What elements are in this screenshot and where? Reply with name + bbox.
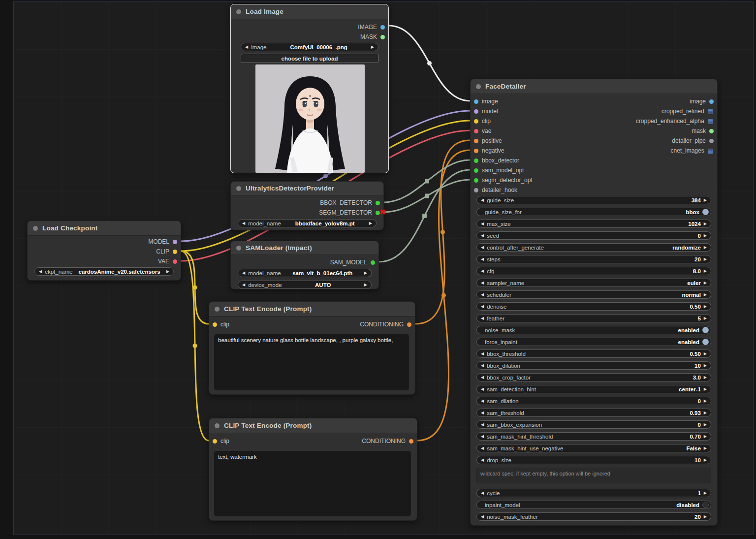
increment-arrow-icon[interactable]: ▶ [704,317,707,320]
widget-noise-mask-feather[interactable]: ◀noise_mask_feather20▶ [476,512,711,521]
decrement-arrow-icon[interactable]: ◀ [481,198,484,202]
clip-slot-dot[interactable] [213,439,217,444]
output-slot-vae[interactable]: VAE [148,256,175,266]
increment-arrow-icon[interactable]: ▶ [704,376,707,380]
slot-dot[interactable] [709,139,714,143]
output-slot-detailer-pipe[interactable]: detailer_pipe [636,136,711,146]
widget-denoise[interactable]: ◀denoise0.50▶ [476,302,711,311]
positive-prompt-textarea[interactable]: beautiful scenery nature glass bottle la… [214,334,409,390]
list-output-grid-icon[interactable]: ▦ [708,149,713,153]
widget-device-mode[interactable]: ◀device_modeAUTO▶ [238,281,372,289]
slot-dot[interactable] [474,168,478,173]
widget-ckpt-name[interactable]: ◀ckpt_namecardosAnime_v20.safetensors▶ [34,267,174,276]
widget-sam-dilation[interactable]: ◀sam_dilation0▶ [476,397,711,405]
toggle-circle-icon[interactable] [702,339,709,345]
decrement-arrow-icon[interactable]: ◀ [481,269,484,273]
widget-sam-threshold[interactable]: ◀sam_threshold0.93▶ [476,409,711,417]
decrement-arrow-icon[interactable]: ◀ [481,222,484,226]
widget-bbox-threshold[interactable]: ◀bbox_threshold0.50▶ [476,349,711,358]
widget-sam-bbox-expansion[interactable]: ◀sam_bbox_expansion0▶ [476,420,711,429]
increment-arrow-icon[interactable]: ▶ [364,283,367,287]
input-slot-negative[interactable]: negative [476,146,533,156]
decrement-arrow-icon[interactable]: ◀ [245,45,248,49]
widget-guide-size-for[interactable]: guide_size_forbbox [476,208,711,216]
node-clip-positive-header[interactable]: CLIP Text Encode (Prompt) [209,302,415,317]
output-slot-image[interactable]: image [636,96,711,106]
increment-arrow-icon[interactable]: ▶ [704,491,707,495]
output-slot-mask[interactable]: mask [636,126,711,136]
widget-scheduler[interactable]: ◀schedulernormal▶ [476,290,711,299]
list-output-grid-icon[interactable]: ▦ [708,109,713,114]
input-slot-bbox-detector[interactable]: bbox_detector [476,156,533,165]
node-load-checkpoint[interactable]: Load Checkpoint MODELCLIPVAE ◀ckpt_namec… [27,221,181,281]
widget-model-name[interactable]: ◀model_namesam_vit_b_01ec64.pth▶ [238,269,372,277]
node-clip-text-encode-negative[interactable]: CLIP Text Encode (Prompt) clip CONDITION… [209,418,417,521]
output-slot-segm-detector[interactable]: SEGM_DETECTOR [319,208,378,218]
output-slot-bbox-detector[interactable]: BBOX_DETECTOR [319,198,378,208]
decrement-arrow-icon[interactable]: ◀ [481,257,484,261]
increment-arrow-icon[interactable]: ▶ [704,364,707,368]
node-clip-text-encode-positive[interactable]: CLIP Text Encode (Prompt) clip CONDITION… [209,301,415,395]
increment-arrow-icon[interactable]: ▶ [704,257,707,261]
widget-bbox-dilation[interactable]: ◀bbox_dilation10▶ [476,361,711,370]
collapse-dot-icon[interactable] [476,84,481,89]
increment-arrow-icon[interactable]: ▶ [371,45,374,49]
widget-inpaint-model[interactable]: inpaint_modeldisabled [476,501,711,509]
node-sam-loader[interactable]: SAMLoader (Impact) SAM_MODEL ◀model_name… [230,241,379,289]
widget-steps[interactable]: ◀steps20▶ [476,255,711,263]
increment-arrow-icon[interactable]: ▶ [704,352,707,356]
slot-dot[interactable] [474,109,478,114]
decrement-arrow-icon[interactable]: ◀ [242,222,245,225]
collapse-dot-icon[interactable] [236,246,241,251]
conditioning-slot-dot[interactable] [409,439,413,444]
slot-dot[interactable] [474,99,478,104]
widget-sam-mask-hint-threshold[interactable]: ◀sam_mask_hint_threshold0.70▶ [476,432,711,441]
output-slot-clip[interactable]: CLIP [148,247,175,256]
collapse-dot-icon[interactable] [33,226,38,231]
slot-dot[interactable] [474,139,478,143]
input-slot-image[interactable]: image [476,96,533,106]
widget-max-size[interactable]: ◀max_size1024▶ [476,220,711,228]
input-slot-clip[interactable]: clip [476,116,533,126]
widget-cycle[interactable]: ◀cycle1▶ [476,489,711,497]
decrement-arrow-icon[interactable]: ◀ [481,387,484,391]
slot-dot[interactable] [474,119,478,124]
slot-dot[interactable] [371,260,375,265]
node-ultralytics-detector-provider[interactable]: UltralyticsDetectorProvider BBOX_DETECTO… [230,181,384,230]
slot-dot[interactable] [474,188,478,192]
clip-input-slot[interactable]: clip [215,319,229,329]
decrement-arrow-icon[interactable]: ◀ [481,423,484,427]
input-slot-sam-model-opt[interactable]: sam_model_opt [476,165,533,175]
slot-dot[interactable] [380,35,385,39]
decrement-arrow-icon[interactable]: ◀ [481,376,484,380]
decrement-arrow-icon[interactable]: ◀ [481,446,484,450]
output-slot-sam-model[interactable]: SAM_MODEL [330,257,373,267]
widget-sampler-name[interactable]: ◀sampler_nameeuler▶ [476,279,711,287]
increment-arrow-icon[interactable]: ▶ [704,246,707,250]
increment-arrow-icon[interactable]: ▶ [704,458,707,462]
toggle-circle-icon[interactable] [702,502,709,508]
slot-dot[interactable] [709,99,714,104]
node-sam-loader-header[interactable]: SAMLoader (Impact) [231,241,378,255]
increment-arrow-icon[interactable]: ▶ [364,271,367,275]
conditioning-slot-dot[interactable] [407,322,411,327]
choose-file-button[interactable]: choose file to upload [241,54,378,63]
decrement-arrow-icon[interactable]: ◀ [481,458,484,462]
decrement-arrow-icon[interactable]: ◀ [242,283,245,287]
toggle-circle-icon[interactable] [702,327,709,333]
increment-arrow-icon[interactable]: ▶ [704,446,707,450]
widget-drop-size[interactable]: ◀drop_size10▶ [476,456,711,464]
input-slot-positive[interactable]: positive [476,136,533,146]
input-slot-segm-detector-opt[interactable]: segm_detector_opt [476,175,533,185]
widget-sam-detection-hint[interactable]: ◀sam_detection_hintcenter-1▶ [476,385,711,393]
node-load-image-header[interactable]: Load Image [231,4,388,19]
input-slot-vae[interactable]: vae [476,126,533,136]
clip-input-slot[interactable]: clip [215,436,229,446]
output-slot-model[interactable]: MODEL [148,237,175,247]
increment-arrow-icon[interactable]: ▶ [704,293,707,297]
widget-cfg[interactable]: ◀cfg8.0▶ [476,267,711,275]
increment-arrow-icon[interactable]: ▶ [704,435,707,439]
widget-control-after-generate[interactable]: ◀control_after_generaterandomize▶ [476,243,711,252]
decrement-arrow-icon[interactable]: ◀ [481,317,484,320]
increment-arrow-icon[interactable]: ▶ [704,269,707,273]
